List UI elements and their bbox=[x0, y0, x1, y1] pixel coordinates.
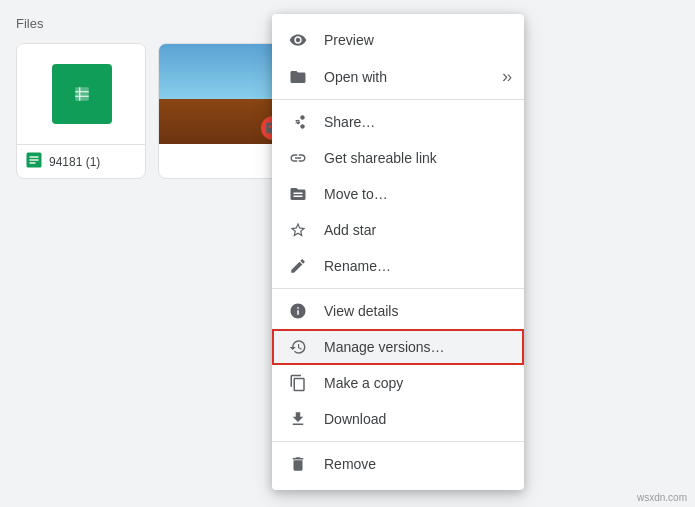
menu-label-get-link: Get shareable link bbox=[324, 150, 508, 166]
menu-label-open-with: Open with bbox=[324, 69, 486, 85]
menu-label-make-copy: Make a copy bbox=[324, 375, 508, 391]
rename-icon bbox=[288, 256, 308, 276]
image-sky bbox=[159, 44, 288, 99]
sheets-icon bbox=[52, 64, 112, 124]
menu-item-get-link[interactable]: Get shareable link bbox=[272, 140, 524, 176]
link-icon bbox=[288, 148, 308, 168]
separator-2 bbox=[272, 288, 524, 289]
menu-label-rename: Rename… bbox=[324, 258, 508, 274]
file-card-image[interactable] bbox=[158, 43, 288, 179]
menu-item-rename[interactable]: Rename… bbox=[272, 248, 524, 284]
menu-item-make-copy[interactable]: Make a copy bbox=[272, 365, 524, 401]
file-card-footer-sheets: 94181 (1) bbox=[17, 144, 145, 178]
separator-1 bbox=[272, 99, 524, 100]
copy-icon bbox=[288, 373, 308, 393]
info-icon bbox=[288, 301, 308, 321]
separator-3 bbox=[272, 441, 524, 442]
menu-item-preview[interactable]: Preview bbox=[272, 22, 524, 58]
menu-item-view-details[interactable]: View details bbox=[272, 293, 524, 329]
move-icon bbox=[288, 184, 308, 204]
download-icon bbox=[288, 409, 308, 429]
svg-rect-0 bbox=[75, 87, 89, 101]
sheets-mini-icon bbox=[25, 151, 43, 172]
menu-item-open-with[interactable]: Open with › bbox=[272, 58, 524, 95]
menu-label-add-star: Add star bbox=[324, 222, 508, 238]
menu-label-manage-versions: Manage versions… bbox=[324, 339, 508, 355]
menu-item-remove[interactable]: Remove bbox=[272, 446, 524, 482]
svg-rect-7 bbox=[30, 162, 36, 164]
menu-item-download[interactable]: Download bbox=[272, 401, 524, 437]
menu-item-add-star[interactable]: Add star bbox=[272, 212, 524, 248]
file-thumbnail-sheets bbox=[17, 44, 146, 144]
file-card-sheets[interactable]: 94181 (1) bbox=[16, 43, 146, 179]
share-icon bbox=[288, 112, 308, 132]
menu-label-move-to: Move to… bbox=[324, 186, 508, 202]
svg-rect-5 bbox=[30, 156, 39, 158]
context-menu: Preview Open with › Share… Get shareable… bbox=[272, 14, 524, 490]
trash-icon bbox=[288, 454, 308, 474]
menu-label-view-details: View details bbox=[324, 303, 508, 319]
menu-label-remove: Remove bbox=[324, 456, 508, 472]
versions-icon bbox=[288, 337, 308, 357]
svg-rect-6 bbox=[30, 159, 39, 161]
menu-label-download: Download bbox=[324, 411, 508, 427]
menu-label-share: Share… bbox=[324, 114, 508, 130]
menu-item-manage-versions[interactable]: Manage versions… bbox=[272, 329, 524, 365]
watermark: wsxdn.com bbox=[637, 492, 687, 503]
star-icon bbox=[288, 220, 308, 240]
file-name-sheets: 94181 (1) bbox=[49, 155, 100, 169]
file-thumbnail-image bbox=[159, 44, 288, 144]
preview-icon bbox=[288, 30, 308, 50]
submenu-arrow: › bbox=[502, 66, 508, 87]
menu-item-move-to[interactable]: Move to… bbox=[272, 176, 524, 212]
open-with-icon bbox=[288, 67, 308, 87]
menu-label-preview: Preview bbox=[324, 32, 508, 48]
menu-item-share[interactable]: Share… bbox=[272, 104, 524, 140]
